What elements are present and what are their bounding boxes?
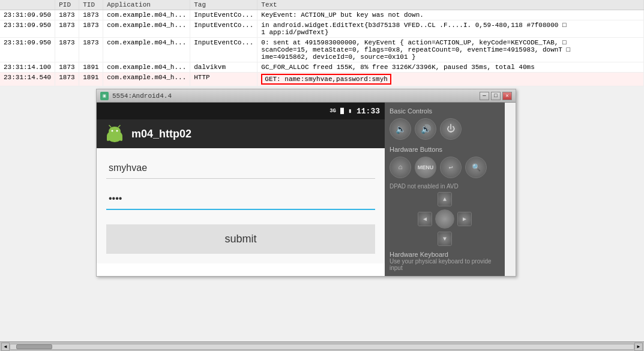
cell-time: 23:31:09.950	[0, 38, 55, 62]
minimize-button[interactable]: ─	[480, 92, 489, 100]
bottom-section: ▣ 5554:Android4.4 ─ □ ✕ 3G ▐▌ ▮ 11:33	[0, 86, 644, 277]
col-header-time	[0, 0, 55, 10]
svg-line-6	[109, 125, 111, 127]
svg-point-5	[116, 130, 118, 132]
scrollbar-thumb[interactable]	[16, 344, 52, 349]
cell-tid: 1873	[79, 10, 103, 20]
appbar-title: m04_http02	[131, 128, 191, 140]
cell-text: GC_FOR_ALLOC freed 155K, 8% free 3126K/3…	[257, 62, 644, 73]
col-header-app: Application	[103, 0, 190, 10]
svg-point-3	[109, 127, 121, 136]
cell-text: KeyEvent: ACTION_UP but key was not down…	[257, 10, 644, 20]
scrollbar-track[interactable]	[10, 344, 634, 350]
cell-pid: 1873	[55, 20, 79, 38]
cell-tag: InputEventCo...	[190, 10, 257, 20]
dpad-section-title: DPAD not enabled in AVD	[390, 183, 500, 190]
cell-pid: 1873	[55, 38, 79, 62]
log-table: PID TID Application Tag Text 23:31:09.95…	[0, 0, 644, 86]
cell-text: GET: name:smyhvae,password:smyh	[257, 73, 644, 86]
cell-time: 23:31:09.950	[0, 20, 55, 38]
cell-tid: 1873	[79, 38, 103, 62]
svg-rect-9	[120, 136, 122, 141]
cell-pid: 1873	[55, 62, 79, 73]
volume-down-button[interactable]: 🔈	[390, 118, 411, 140]
power-button[interactable]: ⏻	[440, 118, 462, 140]
svg-point-4	[112, 130, 113, 132]
submit-button[interactable]: submit	[106, 224, 375, 254]
status-3g: 3G	[330, 108, 336, 114]
cell-tid: 1891	[79, 73, 103, 86]
scroll-right-button[interactable]: ▶	[634, 343, 643, 351]
android-appbar: m04_http02	[97, 119, 385, 148]
restore-button[interactable]: □	[491, 92, 501, 100]
cell-app: com.example.m04_h...	[103, 38, 190, 62]
controls-title: Basic Controls	[390, 107, 500, 115]
svg-rect-2	[118, 136, 120, 140]
search-button[interactable]: 🔍	[465, 157, 487, 178]
volume-up-button[interactable]: 🔊	[415, 118, 436, 140]
menu-button[interactable]: MENU	[415, 157, 436, 178]
emulator-title-left: ▣ 5554:Android4.4	[100, 92, 172, 100]
username-input[interactable]	[106, 158, 375, 179]
col-header-pid: PID	[55, 0, 79, 10]
col-header-text: Text	[257, 0, 644, 10]
cell-text: in android.widget.EditText{b3d75138 VFED…	[257, 20, 644, 38]
cell-app: com.example.m04_h...	[103, 73, 190, 86]
emulator-title-text: 5554:Android4.4	[112, 92, 172, 100]
dpad: ▲ ▼ ◀ ▶	[418, 192, 472, 246]
horizontal-scrollbar: ◀ ▶	[0, 341, 644, 351]
phone-content: 3G ▐▌ ▮ 11:33	[97, 103, 516, 276]
cell-time: 23:31:14.100	[0, 62, 55, 73]
cell-tag: InputEventCo...	[190, 38, 257, 62]
battery-icon: ▮	[348, 107, 352, 115]
get-text-highlight: GET: name:smyhvae,password:smyh	[261, 74, 391, 85]
cell-tid: 1891	[79, 62, 103, 73]
back-button[interactable]: ↩	[440, 157, 462, 178]
col-header-tid: TID	[79, 0, 103, 10]
cell-pid: 1873	[55, 73, 79, 86]
col-header-tag: Tag	[190, 0, 257, 10]
dpad-down-button[interactable]: ▼	[438, 232, 452, 246]
hw-keyboard-desc: Use your physical keyboard to provide in…	[390, 258, 500, 271]
table-row: 23:31:09.950 1873 1873 com.example.m04_h…	[0, 20, 644, 38]
controls-panel: Basic Controls 🔈 🔊 ⏻ Hardware Buttons ⌂ …	[385, 103, 505, 276]
android-logo	[104, 123, 125, 145]
emulator-titlebar: ▣ 5554:Android4.4 ─ □ ✕	[97, 89, 516, 103]
cell-app: com.example.m04_h...	[103, 20, 190, 38]
svg-rect-1	[109, 136, 112, 140]
hw-keyboard-title: Hardware Keyboard	[390, 251, 500, 258]
signal-icon: ▐▌	[339, 108, 346, 115]
cell-pid: 1873	[55, 10, 79, 20]
svg-line-7	[118, 125, 120, 127]
status-time: 11:33	[357, 107, 380, 116]
cell-app: com.example.m04_h...	[103, 62, 190, 73]
basic-controls-buttons: 🔈 🔊 ⏻	[390, 118, 500, 140]
hw-buttons-title: Hardware Buttons	[390, 146, 500, 153]
titlebar-buttons: ─ □ ✕	[480, 92, 512, 100]
password-input[interactable]	[106, 188, 375, 210]
cell-tid: 1873	[79, 20, 103, 38]
dpad-left-button[interactable]: ◀	[418, 212, 432, 226]
cell-tag: HTTP	[190, 73, 257, 86]
android-body: submit	[97, 148, 385, 263]
cell-time: 23:31:09.950	[0, 10, 55, 20]
dpad-up-button[interactable]: ▲	[438, 192, 452, 206]
table-row: 23:31:09.950 1873 1873 com.example.m04_h…	[0, 10, 644, 20]
table-row: 23:31:14.100 1873 1891 com.example.m04_h…	[0, 62, 644, 73]
cell-tag: dalvikvm	[190, 62, 257, 73]
cell-tag: InputEventCo...	[190, 20, 257, 38]
android-statusbar: 3G ▐▌ ▮ 11:33	[97, 103, 385, 119]
dpad-right-button[interactable]: ▶	[457, 212, 472, 226]
cell-app: com.example.m04_h...	[103, 10, 190, 20]
table-row: 23:31:09.950 1873 1873 com.example.m04_h…	[0, 38, 644, 62]
emulator-icon: ▣	[100, 92, 109, 100]
close-button[interactable]: ✕	[502, 92, 512, 100]
home-button[interactable]: ⌂	[390, 157, 411, 178]
svg-rect-8	[107, 136, 109, 141]
cell-text: 0: sent at 4915983000000, KeyEvent { act…	[257, 38, 644, 62]
scroll-left-button[interactable]: ◀	[1, 343, 10, 351]
emulator-window: ▣ 5554:Android4.4 ─ □ ✕ 3G ▐▌ ▮ 11:33	[96, 89, 516, 277]
dpad-center-button[interactable]	[435, 209, 454, 229]
hw-buttons: ⌂ MENU ↩ 🔍	[390, 157, 500, 178]
table-row: 23:31:14.540 1873 1891 com.example.m04_h…	[0, 73, 644, 86]
